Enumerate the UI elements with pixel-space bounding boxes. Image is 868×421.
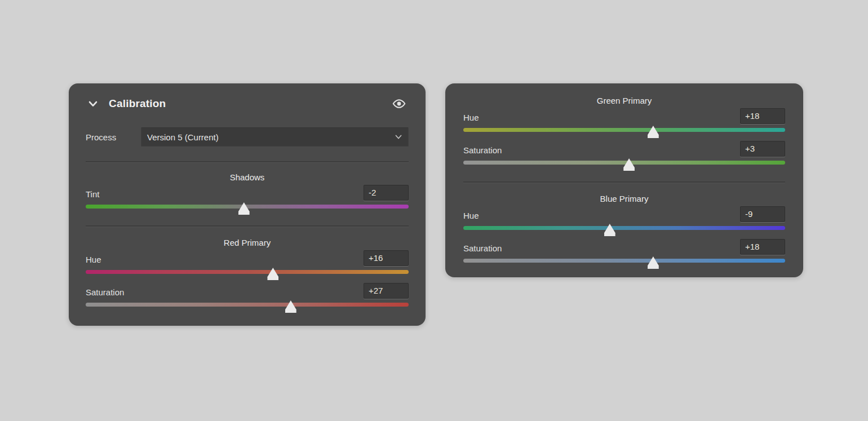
calibration-panel-header: Calibration: [86, 94, 409, 114]
eye-icon[interactable]: [392, 96, 406, 111]
red-saturation-slider-head: Saturation +27: [86, 283, 409, 299]
green-saturation-slider-head: Saturation +3: [463, 141, 785, 157]
red-saturation-label: Saturation: [86, 287, 124, 299]
red-hue-slider-thumb[interactable]: [267, 268, 279, 280]
blue-saturation-slider-track[interactable]: [463, 259, 785, 263]
blue-hue-slider-track[interactable]: [463, 226, 785, 230]
chevron-down-icon[interactable]: [87, 98, 99, 109]
tint-label: Tint: [86, 189, 99, 201]
calibration-panel: Calibration Process Version 5 (Current) …: [69, 83, 426, 326]
blue-saturation-slider-thumb[interactable]: [647, 256, 659, 269]
tint-slider-track[interactable]: [86, 205, 409, 209]
panel-title: Calibration: [109, 98, 166, 110]
tint-slider-head: Tint -2: [86, 185, 409, 201]
green-saturation-slider-thumb[interactable]: [623, 158, 635, 171]
process-row: Process Version 5 (Current): [86, 127, 409, 147]
red-hue-value-field[interactable]: +16: [364, 250, 409, 266]
tint-value-field[interactable]: -2: [364, 185, 409, 201]
divider: [463, 181, 785, 183]
green-hue-value-field[interactable]: +18: [740, 108, 785, 124]
blue-hue-slider-thumb[interactable]: [604, 224, 615, 236]
blue-hue-label: Hue: [463, 211, 479, 222]
blue-saturation-value-field[interactable]: +18: [740, 239, 785, 255]
divider: [86, 225, 409, 227]
green-hue-slider-head: Hue +18: [463, 108, 785, 124]
blue-hue-slider-head: Hue -9: [463, 206, 785, 222]
tint-slider-thumb[interactable]: [238, 202, 250, 215]
green-saturation-slider-track[interactable]: [463, 161, 785, 165]
blue-hue-value-field[interactable]: -9: [740, 206, 785, 222]
green-hue-slider-track[interactable]: [463, 128, 785, 132]
green-hue-slider-thumb[interactable]: [647, 126, 659, 138]
red-hue-slider-head: Hue +16: [86, 250, 409, 266]
primaries-panel: Green Primary Hue +18 Saturation +3 Blue…: [445, 83, 803, 277]
red-saturation-slider-track[interactable]: [86, 303, 409, 307]
process-dropdown[interactable]: Version 5 (Current): [141, 127, 409, 147]
green-hue-label: Hue: [463, 113, 479, 124]
green-saturation-label: Saturation: [463, 145, 502, 157]
red-hue-slider-track[interactable]: [86, 270, 409, 274]
process-dropdown-value: Version 5 (Current): [147, 132, 395, 142]
chevron-down-icon: [395, 133, 402, 141]
section-title-red-primary: Red Primary: [86, 238, 409, 250]
blue-saturation-slider-head: Saturation +18: [463, 239, 785, 255]
blue-saturation-label: Saturation: [463, 243, 502, 255]
green-saturation-value-field[interactable]: +3: [740, 141, 785, 157]
divider: [86, 161, 409, 162]
red-saturation-value-field[interactable]: +27: [364, 283, 409, 299]
red-saturation-slider-thumb[interactable]: [285, 300, 296, 313]
section-title-green-primary: Green Primary: [463, 96, 785, 108]
process-label: Process: [86, 132, 141, 142]
section-title-blue-primary: Blue Primary: [463, 194, 785, 206]
red-hue-label: Hue: [86, 255, 101, 266]
section-title-shadows: Shadows: [86, 172, 409, 185]
